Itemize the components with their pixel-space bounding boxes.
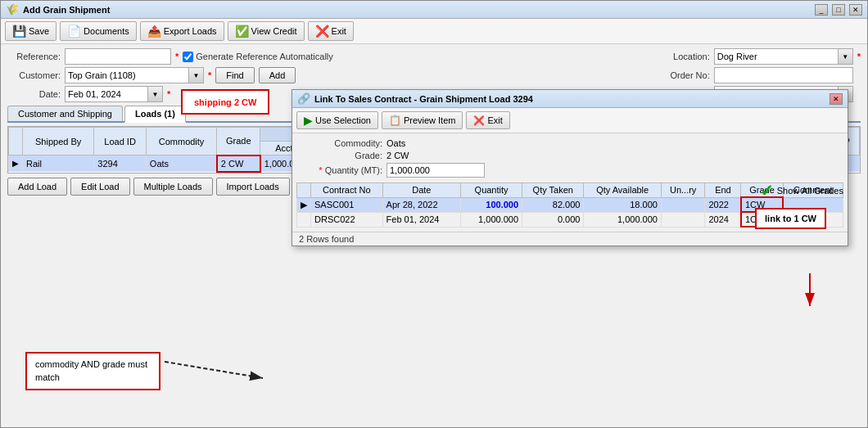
arrow-col-header	[9, 128, 23, 155]
un-ry-cell	[661, 197, 705, 212]
dialog-date-cell2: Feb 01, 2024	[382, 212, 461, 227]
multiple-loads-button[interactable]: Multiple Loads	[133, 178, 213, 196]
rows-found: 2 Rows found	[292, 232, 848, 246]
export-loads-label: Export Loads	[164, 26, 217, 36]
link-annotation: link to 1 CW	[755, 208, 826, 229]
contract-no-cell2: DRSC022	[311, 212, 383, 227]
save-icon: 💾	[12, 25, 26, 38]
dialog-row-arrow: ▶	[297, 197, 311, 212]
reference-required: *	[175, 52, 179, 61]
main-window: 🌾 Add Grain Shipment _ □ ✕ 💾 Save 📄 Docu…	[0, 0, 868, 428]
show-all-grades-label: Show All Grades	[777, 186, 843, 196]
dialog-quantity-header: Quantity	[461, 183, 522, 198]
dialog-qty-cell: 100.000	[461, 197, 522, 212]
generate-ref-checkbox[interactable]	[183, 52, 193, 62]
main-toolbar: 💾 Save 📄 Documents 📤 Export Loads ✅ View…	[1, 19, 867, 44]
end-cell2: 2024	[705, 212, 741, 227]
main-content: Reference: * Generate Reference Automati…	[1, 44, 867, 427]
row-arrow: ▶	[9, 155, 23, 172]
dialog-form: Commodity: Oats Grade: 2 CW * Quantity (…	[292, 133, 848, 182]
show-all-grades-check: ✓	[760, 181, 774, 200]
qty-available-cell: 18.000	[584, 197, 661, 212]
shipped-by-cell: Rail	[23, 155, 94, 172]
qty-required-marker: *	[319, 165, 324, 175]
save-label: Save	[29, 26, 49, 36]
dialog-toolbar: ▶ Use Selection 📋 Preview Item ❌ Exit	[292, 108, 848, 133]
minimize-button[interactable]: _	[815, 4, 828, 16]
customer-required: *	[208, 70, 211, 80]
customer-label: Customer:	[7, 70, 61, 80]
shipped-by-header: Shipped By	[23, 128, 94, 155]
reference-input[interactable]	[65, 48, 171, 65]
use-selection-button[interactable]: ▶ Use Selection	[296, 111, 378, 129]
date-label: Date:	[7, 89, 61, 99]
grade-header: Grade	[217, 128, 260, 155]
save-button[interactable]: 💾 Save	[5, 21, 57, 41]
preview-icon: 📋	[389, 115, 401, 126]
customer-dropdown-arrow[interactable]: ▼	[188, 68, 203, 83]
tab-customer-shipping[interactable]: Customer and Shipping	[7, 106, 123, 121]
restore-button[interactable]: □	[832, 4, 845, 16]
order-no-label: Order No:	[649, 70, 710, 80]
date-dropdown[interactable]: ▼	[65, 86, 163, 102]
grade-cell: 2 CW	[217, 155, 260, 172]
add-button[interactable]: Add	[259, 67, 296, 83]
qty-taken-cell: 82.000	[522, 197, 584, 212]
load-id-header: Load ID	[94, 128, 147, 155]
dialog-title: Link To Sales Contract - Grain Shipment …	[314, 94, 825, 104]
date-required: *	[167, 89, 170, 99]
view-credit-button[interactable]: ✅ View Credit	[228, 21, 305, 41]
add-load-button[interactable]: Add Load	[7, 178, 67, 196]
end-header: End	[705, 183, 741, 198]
dialog-date-header: Date	[382, 183, 461, 198]
preview-item-button[interactable]: 📋 Preview Item	[382, 111, 463, 129]
dialog-titlebar: 🔗 Link To Sales Contract - Grain Shipmen…	[292, 90, 848, 108]
close-button[interactable]: ✕	[849, 4, 862, 16]
exit-button[interactable]: ❌ Exit	[308, 21, 354, 41]
dialog-date-cell: Apr 28, 2022	[382, 197, 461, 212]
dialog-exit-button[interactable]: ❌ Exit	[466, 111, 509, 129]
qty-taken-header: Qty Taken	[522, 183, 584, 198]
view-credit-label: View Credit	[251, 26, 297, 36]
tab-loads[interactable]: Loads (1)	[124, 106, 186, 123]
window-title: Add Grain Shipment	[23, 5, 811, 15]
end-cell: 2022	[705, 197, 741, 212]
dialog-arrow-col	[297, 183, 311, 198]
exit-label: Exit	[332, 26, 346, 36]
dialog-row-arrow2	[297, 212, 311, 227]
quantity-input[interactable]	[387, 163, 485, 178]
edit-load-button[interactable]: Edit Load	[70, 178, 129, 196]
date-dropdown-arrow[interactable]: ▼	[147, 87, 162, 101]
grade-form-value: 2 CW	[387, 151, 839, 160]
location-input[interactable]	[715, 49, 838, 64]
customer-dropdown[interactable]: ▼	[65, 67, 204, 83]
dialog-qty-cell2: 1,000.000	[461, 212, 522, 227]
quantity-form-label: * Quantity (MT):	[301, 165, 382, 175]
import-loads-button[interactable]: Import Loads	[216, 178, 290, 196]
date-input[interactable]	[66, 87, 147, 101]
find-button[interactable]: Find	[215, 67, 254, 83]
contract-no-cell: SASC001	[311, 197, 383, 212]
order-no-input[interactable]	[714, 67, 853, 83]
commodity-header: Commodity	[146, 128, 216, 155]
commodity-form-value: Oats	[387, 138, 839, 148]
show-all-grades-area: ✓ Show All Grades	[760, 181, 843, 200]
use-selection-icon: ▶	[304, 114, 313, 127]
generate-ref-label[interactable]: Generate Reference Automatically	[183, 52, 333, 62]
commodity-cell: Oats	[146, 155, 216, 172]
grade-form-label: Grade:	[301, 151, 382, 160]
load-id-cell: 3294	[94, 155, 147, 172]
location-dropdown-arrow[interactable]: ▼	[838, 49, 852, 64]
location-dropdown[interactable]: ▼	[714, 48, 853, 65]
export-icon: 📤	[147, 25, 161, 38]
commodity-annotation: commodity AND grade must match	[25, 352, 160, 390]
app-icon: 🌾	[6, 3, 19, 16]
dialog-icon: 🔗	[297, 92, 310, 105]
export-loads-button[interactable]: 📤 Export Loads	[140, 21, 224, 41]
documents-button[interactable]: 📄 Documents	[60, 21, 137, 41]
qty-available-header: Qty Available	[584, 183, 661, 198]
customer-input[interactable]	[66, 68, 188, 83]
dialog-close-button[interactable]: ✕	[830, 93, 843, 105]
link-arrow-svg	[785, 273, 834, 322]
commodity-form-label: Commodity:	[301, 138, 382, 148]
